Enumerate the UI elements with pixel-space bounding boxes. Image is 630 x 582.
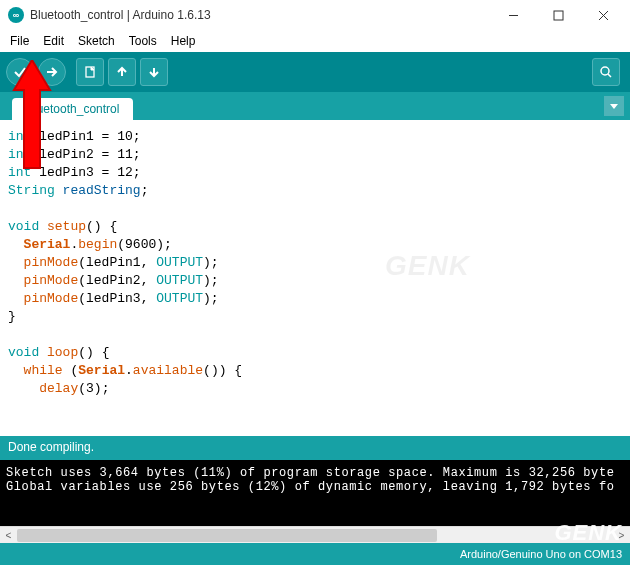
serial-monitor-button[interactable] [592,58,620,86]
board-port-label: Arduino/Genuino Uno on COM13 [460,548,622,560]
new-sketch-button[interactable] [76,58,104,86]
svg-point-8 [601,67,609,75]
scroll-thumb[interactable] [17,529,437,542]
upload-button[interactable] [38,58,66,86]
toolbar [0,52,630,92]
svg-rect-1 [554,11,563,20]
code-editor[interactable]: int ledPin1 = 10; int ledPin2 = 11; int … [0,120,630,436]
menu-sketch[interactable]: Sketch [72,32,121,50]
arduino-app-icon: ∞ [8,7,24,23]
close-button[interactable] [581,0,626,30]
code-token: int [8,147,31,162]
scroll-right-icon[interactable]: > [613,527,630,544]
tab-menu-button[interactable] [604,96,624,116]
compile-status-bar: Done compiling. [0,436,630,460]
menu-file[interactable]: File [4,32,35,50]
window-controls [491,0,626,30]
code-token: void [8,345,39,360]
code-token: int [8,129,31,144]
minimize-button[interactable] [491,0,536,30]
verify-button[interactable] [6,58,34,86]
window-title: Bluetooth_control | Arduino 1.6.13 [30,8,491,22]
console-horizontal-scrollbar[interactable]: < > [0,526,630,543]
tab-bar: Bluetooth_control [0,92,630,120]
scroll-left-icon[interactable]: < [0,527,17,544]
svg-line-9 [608,74,611,77]
output-console[interactable]: Sketch uses 3,664 bytes (11%) of program… [0,460,630,526]
menu-edit[interactable]: Edit [37,32,70,50]
code-token: int [8,165,31,180]
title-bar: ∞ Bluetooth_control | Arduino 1.6.13 [0,0,630,30]
menu-tools[interactable]: Tools [123,32,163,50]
maximize-button[interactable] [536,0,581,30]
code-token: String [8,183,55,198]
menu-help[interactable]: Help [165,32,202,50]
console-line: Sketch uses 3,664 bytes (11%) of program… [6,466,624,480]
save-sketch-button[interactable] [140,58,168,86]
footer-bar: Arduino/Genuino Uno on COM13 [0,543,630,565]
sketch-tab[interactable]: Bluetooth_control [12,98,133,120]
menu-bar: File Edit Sketch Tools Help [0,30,630,52]
scroll-track[interactable] [17,527,613,543]
console-line: Global variables use 256 bytes (12%) of … [6,480,624,494]
compile-status-text: Done compiling. [8,440,94,454]
open-sketch-button[interactable] [108,58,136,86]
svg-marker-10 [610,104,618,109]
code-token: void [8,219,39,234]
